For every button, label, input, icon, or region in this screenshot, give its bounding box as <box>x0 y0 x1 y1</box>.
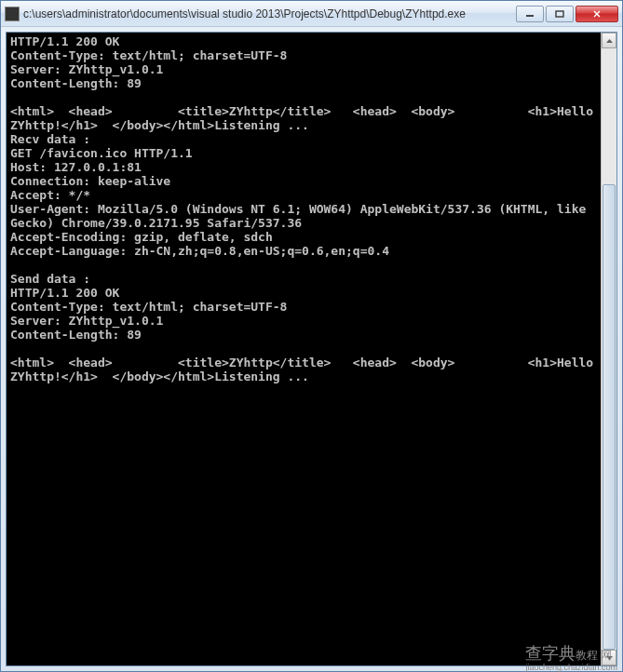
console-frame: HTTP/1.1 200 OK Content-Type: text/html;… <box>6 32 617 666</box>
app-icon <box>5 7 20 21</box>
titlebar[interactable]: c:\users\administrator\documents\visual … <box>1 1 622 27</box>
minimize-button[interactable] <box>516 6 544 22</box>
console-output[interactable]: HTTP/1.1 200 OK Content-Type: text/html;… <box>7 33 601 665</box>
minimize-icon <box>525 10 535 18</box>
scroll-up-button[interactable] <box>602 33 616 48</box>
svg-marker-5 <box>606 656 613 660</box>
chevron-down-icon <box>606 656 613 660</box>
window-frame: c:\users\administrator\documents\visual … <box>0 0 623 672</box>
maximize-button[interactable] <box>546 6 574 22</box>
scroll-down-button[interactable] <box>602 650 616 665</box>
svg-marker-4 <box>606 39 613 43</box>
scroll-thumb[interactable] <box>603 184 616 650</box>
window-title: c:\users\administrator\documents\visual … <box>23 7 514 20</box>
vertical-scrollbar[interactable] <box>601 33 616 665</box>
svg-rect-1 <box>556 11 563 17</box>
close-button[interactable] <box>576 6 618 22</box>
scroll-track[interactable] <box>602 48 616 650</box>
close-icon <box>592 10 602 18</box>
window-controls <box>514 6 618 22</box>
maximize-icon <box>555 10 564 18</box>
chevron-up-icon <box>606 39 613 43</box>
